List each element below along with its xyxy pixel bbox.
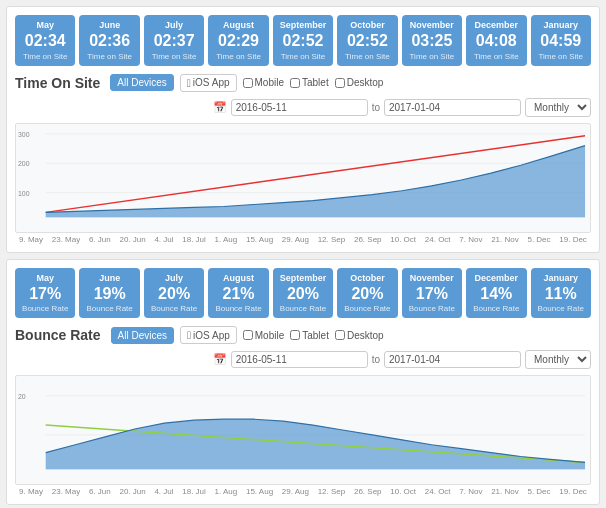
tablet-filter[interactable]: Tablet xyxy=(290,77,329,88)
bounce-value: 20% xyxy=(147,285,201,303)
bounce-chart-title: Bounce Rate xyxy=(15,327,101,343)
bounce-date-range: 📅 to Monthly Weekly Daily xyxy=(213,350,591,369)
time-card-june: June 02:36 Time on Site xyxy=(79,15,139,66)
metric-label: Bounce Rate xyxy=(405,304,459,313)
bounce-card-may: May 17% Bounce Rate xyxy=(15,268,75,319)
apple-icon:  xyxy=(187,77,191,89)
time-value: 02:36 xyxy=(82,32,136,50)
bounce-value: 11% xyxy=(534,285,588,303)
time-card-september: September 02:52 Time on Site xyxy=(273,15,333,66)
metric-label: Bounce Rate xyxy=(211,304,265,313)
month-label: November xyxy=(405,273,459,283)
time-card-august: August 02:29 Time on Site xyxy=(208,15,268,66)
metric-label: Time on Site xyxy=(18,52,72,61)
bounce-value: 20% xyxy=(340,285,394,303)
time-chart-header: Time On Site All Devices  iOS App Mobil… xyxy=(15,74,591,117)
time-card-october: October 02:52 Time on Site xyxy=(337,15,397,66)
time-card-may: May 02:34 Time on Site xyxy=(15,15,75,66)
bounce-rate-section: May 17% Bounce Rate June 19% Bounce Rate… xyxy=(6,259,600,506)
mobile-filter[interactable]: Mobile xyxy=(243,77,284,88)
metric-label: Bounce Rate xyxy=(340,304,394,313)
tablet-checkbox[interactable] xyxy=(290,78,300,88)
period-select[interactable]: Monthly Weekly Daily xyxy=(525,98,591,117)
month-label: May xyxy=(18,20,72,30)
bounce-value: 17% xyxy=(405,285,459,303)
time-value: 04:59 xyxy=(534,32,588,50)
month-label: July xyxy=(147,273,201,283)
bounce-mobile-checkbox[interactable] xyxy=(243,330,253,340)
month-label: May xyxy=(18,273,72,283)
bounce-card-january: January 11% Bounce Rate xyxy=(531,268,591,319)
time-value: 03:25 xyxy=(405,32,459,50)
svg-text:200: 200 xyxy=(18,160,30,167)
metric-label: Bounce Rate xyxy=(469,304,523,313)
month-label: January xyxy=(534,20,588,30)
month-label: December xyxy=(469,273,523,283)
bounce-desktop-filter[interactable]: Desktop xyxy=(335,330,384,341)
metric-label: Time on Site xyxy=(211,52,265,61)
apple-icon:  xyxy=(187,329,191,341)
month-label: September xyxy=(276,273,330,283)
month-label: June xyxy=(82,20,136,30)
bounce-card-september: September 20% Bounce Rate xyxy=(273,268,333,319)
time-value: 02:52 xyxy=(340,32,394,50)
bounce-ios-app-button[interactable]:  iOS App xyxy=(180,326,237,344)
bounce-card-december: December 14% Bounce Rate xyxy=(466,268,526,319)
time-chart: 300 200 100 xyxy=(15,123,591,233)
month-label: September xyxy=(276,20,330,30)
month-label: July xyxy=(147,20,201,30)
metric-label: Time on Site xyxy=(405,52,459,61)
bounce-date-to-input[interactable] xyxy=(384,351,521,368)
time-on-site-section: May 02:34 Time on Site June 02:36 Time o… xyxy=(6,6,600,253)
time-date-range: 📅 to Monthly Weekly Daily xyxy=(213,98,591,117)
metric-label: Time on Site xyxy=(534,52,588,61)
bounce-chart-header: Bounce Rate All Devices  iOS App Mobile… xyxy=(15,326,591,369)
bounce-card-june: June 19% Bounce Rate xyxy=(79,268,139,319)
bounce-tablet-filter[interactable]: Tablet xyxy=(290,330,329,341)
month-label: January xyxy=(534,273,588,283)
metric-label: Bounce Rate xyxy=(18,304,72,313)
metric-label: Time on Site xyxy=(147,52,201,61)
time-value: 04:08 xyxy=(469,32,523,50)
time-value: 02:52 xyxy=(276,32,330,50)
bounce-desktop-checkbox[interactable] xyxy=(335,330,345,340)
bounce-value: 19% xyxy=(82,285,136,303)
bounce-month-cards: May 17% Bounce Rate June 19% Bounce Rate… xyxy=(15,268,591,319)
mobile-checkbox[interactable] xyxy=(243,78,253,88)
time-month-cards: May 02:34 Time on Site June 02:36 Time o… xyxy=(15,15,591,66)
date-from-input[interactable] xyxy=(231,99,368,116)
bounce-card-july: July 20% Bounce Rate xyxy=(144,268,204,319)
time-value: 02:37 xyxy=(147,32,201,50)
bounce-all-devices-button[interactable]: All Devices xyxy=(111,327,174,344)
bounce-card-november: November 17% Bounce Rate xyxy=(402,268,462,319)
bounce-value: 21% xyxy=(211,285,265,303)
bounce-value: 17% xyxy=(18,285,72,303)
desktop-checkbox[interactable] xyxy=(335,78,345,88)
bounce-date-separator: to xyxy=(372,354,380,365)
bounce-mobile-filter[interactable]: Mobile xyxy=(243,330,284,341)
month-label: October xyxy=(340,20,394,30)
bounce-tablet-checkbox[interactable] xyxy=(290,330,300,340)
bounce-period-select[interactable]: Monthly Weekly Daily xyxy=(525,350,591,369)
desktop-filter[interactable]: Desktop xyxy=(335,77,384,88)
month-label: June xyxy=(82,273,136,283)
ios-app-button[interactable]:  iOS App xyxy=(180,74,237,92)
calendar-icon[interactable]: 📅 xyxy=(213,101,227,114)
date-separator: to xyxy=(372,102,380,113)
bounce-date-from-input[interactable] xyxy=(231,351,368,368)
time-x-axis: 9. May 23. May 6. Jun 20. Jun 4. Jul 18.… xyxy=(15,233,591,244)
time-card-november: November 03:25 Time on Site xyxy=(402,15,462,66)
metric-label: Time on Site xyxy=(82,52,136,61)
bounce-calendar-icon[interactable]: 📅 xyxy=(213,353,227,366)
bounce-card-october: October 20% Bounce Rate xyxy=(337,268,397,319)
all-devices-button[interactable]: All Devices xyxy=(110,74,173,91)
month-label: August xyxy=(211,20,265,30)
month-label: November xyxy=(405,20,459,30)
time-card-december: December 04:08 Time on Site xyxy=(466,15,526,66)
month-label: August xyxy=(211,273,265,283)
bounce-value: 20% xyxy=(276,285,330,303)
metric-label: Time on Site xyxy=(469,52,523,61)
date-to-input[interactable] xyxy=(384,99,521,116)
time-chart-title: Time On Site xyxy=(15,75,100,91)
time-value: 02:29 xyxy=(211,32,265,50)
